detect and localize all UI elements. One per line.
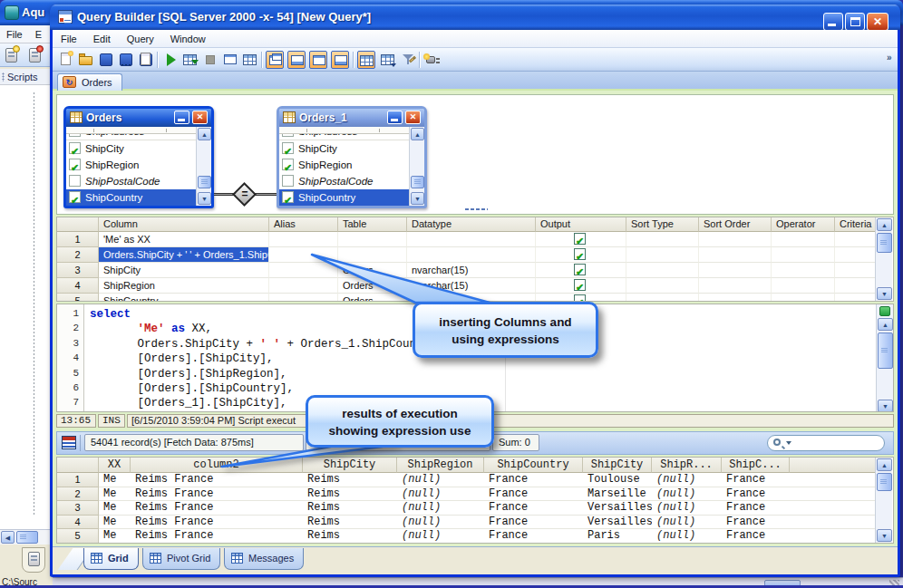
column-header[interactable]: Criteria <box>835 217 877 232</box>
column-header[interactable]: Sort Type <box>626 217 699 232</box>
column-header[interactable] <box>57 217 99 232</box>
scroll-up-button[interactable]: ▲ <box>878 318 893 331</box>
scroll-up-button[interactable]: ▲ <box>877 218 892 231</box>
results-cell[interactable]: (null) <box>397 529 484 544</box>
column-header[interactable]: Table <box>338 217 407 232</box>
grid-cell-output[interactable] <box>536 263 626 278</box>
grid-row-number[interactable]: 5 <box>57 294 99 302</box>
menu-file[interactable]: File <box>53 34 85 44</box>
results-column-header[interactable]: ShipRegion <box>397 458 484 473</box>
connection-button[interactable] <box>423 51 442 69</box>
scroll-thumb[interactable] <box>877 473 892 491</box>
results-cell[interactable]: France <box>484 487 583 502</box>
grid-cell-sort_type[interactable] <box>626 278 699 294</box>
results-cell[interactable]: Reims France <box>131 501 303 516</box>
servers-tab[interactable] <box>22 547 45 573</box>
close-button[interactable]: ✕ <box>867 13 888 31</box>
field-checkbox[interactable] <box>282 159 294 170</box>
results-cell[interactable]: Reims <box>303 501 397 516</box>
results-cell[interactable]: Reims France <box>131 473 303 487</box>
results-column-header[interactable]: ShipCountry <box>484 458 583 473</box>
results-search-input[interactable] <box>767 435 885 451</box>
results-cell[interactable]: Reims <box>303 529 397 544</box>
scroll-up-button[interactable]: ▲ <box>198 128 211 140</box>
minimize-button[interactable] <box>823 13 843 31</box>
column-header[interactable]: Operator <box>772 217 835 232</box>
grid-row-number[interactable]: 1 <box>57 232 99 247</box>
results-cell[interactable]: Reims France <box>131 529 303 544</box>
save-all-button[interactable] <box>137 51 155 69</box>
output-checkbox[interactable] <box>574 264 586 275</box>
grid-cell-sort_order[interactable] <box>699 294 772 302</box>
results-cell[interactable]: Reims France <box>131 516 303 530</box>
execute-to-grid-button[interactable] <box>181 51 199 69</box>
results-cell[interactable]: (null) <box>652 487 722 502</box>
add-table-button[interactable] <box>241 51 259 69</box>
results-tab-pivot-grid[interactable]: Pivot Grid <box>142 548 220 570</box>
results-cell[interactable]: France <box>484 516 583 530</box>
field-row[interactable]: ShipCountry <box>66 189 196 206</box>
grid-cell-sort_order[interactable] <box>699 263 772 278</box>
field-checkbox[interactable] <box>282 175 294 187</box>
grid-cell-sort_order[interactable] <box>699 278 772 294</box>
table-window-orders[interactable]: Orders ✕ ShipAddressShipCityShipRegionSh… <box>63 106 214 208</box>
output-checkbox[interactable] <box>574 248 586 260</box>
grid-cell-sort_order[interactable] <box>699 247 772 263</box>
column-header[interactable]: Sort Order <box>699 217 772 232</box>
grid-cell-criteria[interactable] <box>835 263 877 278</box>
close-button[interactable]: ✕ <box>405 111 421 124</box>
results-cell[interactable]: Reims <box>303 487 397 502</box>
toggle-columns-pane-button[interactable] <box>287 51 306 69</box>
field-row[interactable]: ShipRegion <box>279 157 409 173</box>
grid-cell-column[interactable]: ShipCountry <box>99 294 269 302</box>
editor-code-line[interactable]: Orders.ShipCity + ' ' + Orders_1.ShipCou… <box>90 338 443 351</box>
results-cell[interactable]: France <box>722 501 790 516</box>
scroll-up-button[interactable]: ▲ <box>411 128 424 140</box>
grid-row-number[interactable]: 3 <box>57 263 99 278</box>
save-button[interactable] <box>97 51 115 69</box>
results-cell[interactable]: France <box>722 473 790 487</box>
grid-cell-column[interactable]: Orders.ShipCity + ' ' + Orders_1.ShipCou… <box>99 247 269 263</box>
bg-menu-file[interactable]: File <box>0 29 29 40</box>
field-list-scrollbar[interactable]: ▲ ▼ <box>409 127 424 206</box>
scripts-hscrollbar[interactable]: ◀ <box>0 529 53 545</box>
menu-query[interactable]: Query <box>119 34 162 44</box>
results-cell[interactable]: Marseille <box>583 487 652 502</box>
grid-row-number[interactable]: 2 <box>57 247 99 263</box>
field-row[interactable]: ShipCity <box>66 140 196 157</box>
table-window-titlebar[interactable]: Orders <box>66 109 211 127</box>
scroll-down-button[interactable]: ▼ <box>198 192 211 205</box>
field-row[interactable]: ShipRegion <box>66 157 196 173</box>
results-cell[interactable]: France <box>484 473 583 487</box>
results-cell[interactable]: Reims <box>303 473 397 487</box>
scripts-tree-panel[interactable] <box>0 85 53 529</box>
grid-cell-sort_type[interactable] <box>626 247 699 263</box>
maximize-button[interactable] <box>845 13 865 31</box>
field-row[interactable]: ShipAddress <box>279 134 409 140</box>
export-grid-icon[interactable] <box>62 436 76 449</box>
scroll-thumb[interactable] <box>877 233 892 253</box>
scroll-down-button[interactable]: ▼ <box>877 529 892 542</box>
unregister-server-icon[interactable] <box>29 48 41 63</box>
results-row-number[interactable]: 2 <box>57 487 99 502</box>
results-cell[interactable]: (null) <box>397 501 484 516</box>
grid-cell-sort_type[interactable] <box>626 294 699 302</box>
results-cell[interactable]: (null) <box>397 473 484 487</box>
field-row[interactable]: ShipPostalCode <box>279 173 409 189</box>
column-header[interactable]: Output <box>536 217 626 232</box>
stop-button[interactable] <box>201 51 219 69</box>
close-button[interactable]: ✕ <box>192 111 208 124</box>
field-checkbox[interactable] <box>69 142 81 154</box>
results-cell[interactable]: Me <box>99 529 131 544</box>
grid-cell-alias[interactable] <box>269 232 338 247</box>
field-checkbox[interactable] <box>69 134 81 137</box>
results-cell[interactable]: Me <box>99 487 131 502</box>
results-tab-grid[interactable]: Grid <box>83 548 139 570</box>
results-cell[interactable]: Me <box>99 473 131 487</box>
grid-cell-sort_order[interactable] <box>699 232 772 247</box>
grid-cell-operator[interactable] <box>772 247 835 263</box>
grid-cell-operator[interactable] <box>772 278 835 294</box>
minimize-button[interactable] <box>174 111 189 124</box>
scripts-panel-header[interactable]: Scripts <box>0 69 53 85</box>
query-builder-titlebar[interactable]: Query Builder [SQL Server 2000 -x- 54] [… <box>50 5 900 30</box>
